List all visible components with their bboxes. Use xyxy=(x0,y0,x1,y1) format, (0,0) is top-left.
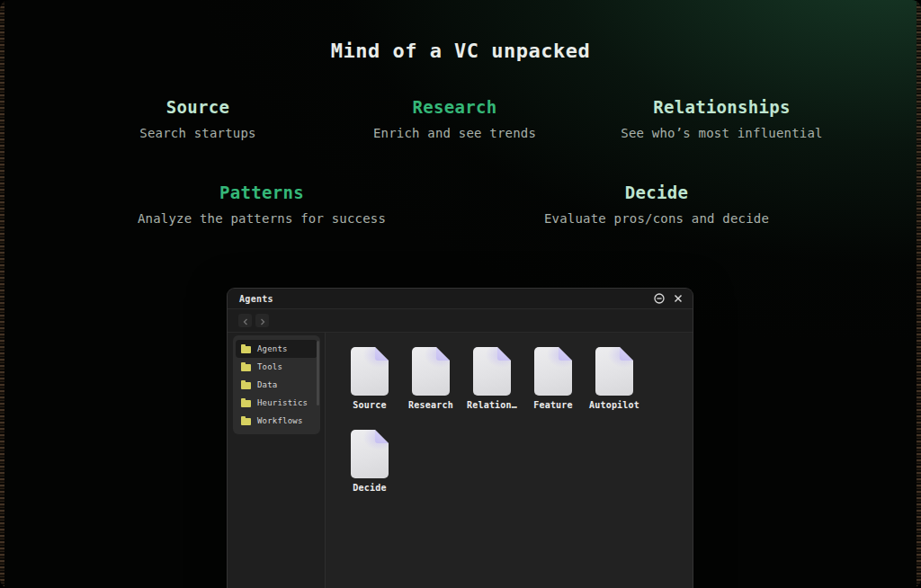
file-label: Autopilot xyxy=(589,400,639,410)
feature-decide: Decide Evaluate pros/cons and decide xyxy=(513,183,800,226)
sidebar: Agents Tools Data Heuristics xyxy=(228,333,326,588)
folder-icon xyxy=(241,400,251,407)
feature-source: Source Search startups xyxy=(90,97,306,140)
file-row-1: Source Research Relation… Feature xyxy=(344,347,693,410)
file-label: Relation… xyxy=(467,400,517,410)
page-fold-icon xyxy=(375,347,389,361)
minimize-icon xyxy=(654,293,665,304)
feature-relationships-subtitle: See who’s most influential xyxy=(594,126,850,140)
sidebar-item-label: Heuristics xyxy=(257,398,308,407)
sidebar-scrollbar[interactable] xyxy=(317,341,319,405)
page-fold-icon xyxy=(497,347,511,361)
file-manager-window: Agents xyxy=(227,288,693,588)
left-film-edge xyxy=(0,0,4,588)
folder-icon xyxy=(241,418,251,425)
window-controls xyxy=(654,293,684,304)
feature-research-title: Research xyxy=(340,97,569,117)
page-title: Mind of a VC unpacked xyxy=(0,40,921,62)
file-row-2: Decide xyxy=(344,430,693,493)
file-decide[interactable]: Decide xyxy=(344,430,396,493)
feature-relationships-title: Relationships xyxy=(594,97,850,117)
sidebar-item-heuristics[interactable]: Heuristics xyxy=(236,394,317,412)
file-relationships[interactable]: Relation… xyxy=(466,347,518,410)
page-fold-icon xyxy=(436,347,450,361)
feature-patterns-title: Patterns xyxy=(112,183,411,202)
sidebar-item-workflows[interactable]: Workflows xyxy=(236,412,317,430)
chevron-right-icon xyxy=(259,312,266,329)
file-label: Research xyxy=(408,400,453,410)
file-label: Source xyxy=(353,400,386,410)
document-icon xyxy=(534,347,572,396)
file-label: Decide xyxy=(353,483,386,493)
page-fold-icon xyxy=(620,347,633,361)
document-icon xyxy=(351,430,389,478)
back-button[interactable] xyxy=(238,314,252,327)
sidebar-item-label: Workflows xyxy=(257,416,303,425)
feature-patterns-subtitle: Analyze the patterns for success xyxy=(112,211,411,226)
navigation-toolbar xyxy=(228,309,693,333)
file-grid: Source Research Relation… Feature xyxy=(326,333,693,588)
folder-icon xyxy=(241,364,251,371)
window-titlebar[interactable]: Agents xyxy=(228,289,693,309)
forward-button[interactable] xyxy=(255,314,269,327)
chevron-left-icon xyxy=(242,312,249,329)
sidebar-item-label: Data xyxy=(257,380,277,389)
file-research[interactable]: Research xyxy=(405,347,457,410)
document-icon xyxy=(473,347,511,396)
close-icon xyxy=(674,294,683,303)
file-label: Feature xyxy=(533,400,573,410)
feature-patterns: Patterns Analyze the patterns for succes… xyxy=(112,183,411,226)
feature-research-subtitle: Enrich and see trends xyxy=(340,126,569,140)
feature-decide-subtitle: Evaluate pros/cons and decide xyxy=(513,211,800,226)
sidebar-item-data[interactable]: Data xyxy=(236,376,317,394)
document-icon xyxy=(412,347,450,396)
feature-decide-title: Decide xyxy=(513,183,800,202)
file-source[interactable]: Source xyxy=(344,347,396,410)
sidebar-folder-list: Agents Tools Data Heuristics xyxy=(233,335,320,434)
sidebar-item-label: Tools xyxy=(257,362,282,371)
page-fold-icon xyxy=(559,347,572,361)
folder-icon xyxy=(241,346,251,353)
page: Mind of a VC unpacked Source Search star… xyxy=(0,0,921,588)
window-title: Agents xyxy=(239,294,273,304)
sidebar-item-agents[interactable]: Agents xyxy=(236,340,317,358)
minimize-button[interactable] xyxy=(654,293,665,304)
feature-source-subtitle: Search startups xyxy=(90,126,306,140)
feature-relationships: Relationships See who’s most influential xyxy=(594,97,850,140)
sidebar-item-label: Agents xyxy=(257,344,288,353)
file-autopilot[interactable]: Autopilot xyxy=(588,347,640,410)
document-icon xyxy=(595,347,633,396)
close-button[interactable] xyxy=(673,293,684,304)
document-icon xyxy=(351,347,389,396)
feature-research: Research Enrich and see trends xyxy=(340,97,569,140)
feature-source-title: Source xyxy=(90,97,306,117)
file-feature[interactable]: Feature xyxy=(527,347,579,410)
page-fold-icon xyxy=(375,430,389,443)
sidebar-item-tools[interactable]: Tools xyxy=(236,358,317,376)
folder-icon xyxy=(241,382,251,389)
window-body: Agents Tools Data Heuristics xyxy=(228,333,693,588)
right-film-edge xyxy=(917,0,921,588)
